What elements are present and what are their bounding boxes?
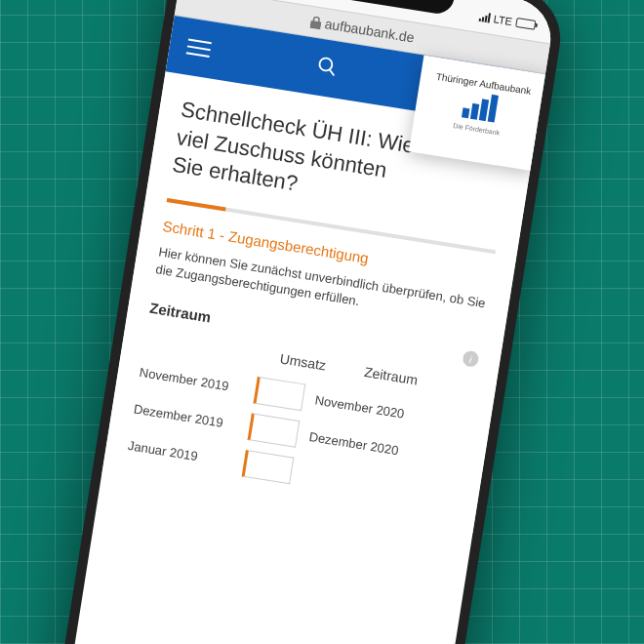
search-icon[interactable] [314,55,340,83]
brand-logo[interactable]: Thüringer Aufbaubank Die Förderbank [409,55,549,171]
umsatz-input[interactable] [253,377,305,411]
svg-point-0 [319,58,334,72]
umsatz-input[interactable] [242,450,295,484]
umsatz-input[interactable] [248,413,301,447]
section-title: Zeitraum [148,300,212,326]
battery-icon [515,18,536,30]
svg-line-1 [329,69,335,75]
info-icon[interactable]: i [462,349,479,367]
col-zeitraum: Zeitraum [363,364,419,387]
signal-icon [478,12,490,23]
network-label: LTE [493,13,513,27]
period-left: Januar 2019 [127,438,245,471]
col-umsatz: Umsatz [279,350,327,373]
period-right [292,471,457,498]
period-left: November 2019 [139,365,257,398]
menu-icon[interactable] [186,38,212,58]
period-left: Dezember 2019 [133,401,251,434]
lock-icon [309,15,322,29]
